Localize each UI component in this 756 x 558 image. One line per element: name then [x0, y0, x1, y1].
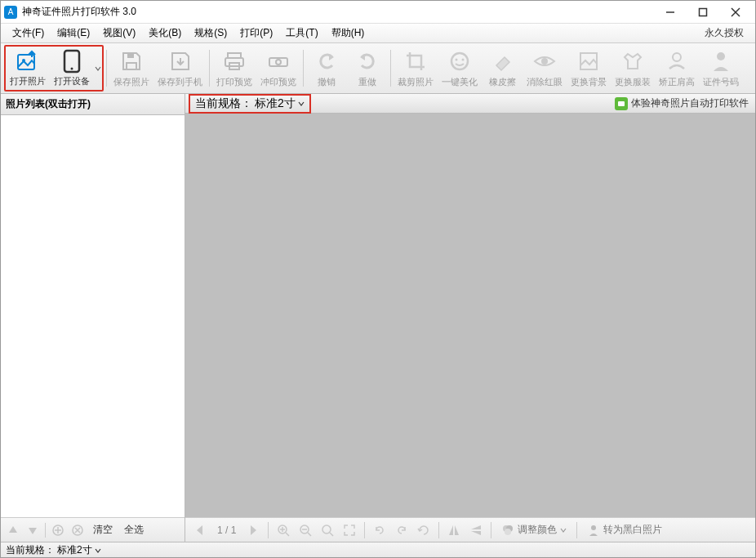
titlebar: A 神奇证件照片打印软件 3.0 [1, 1, 755, 24]
to-bw-label: 转为黑白照片 [603, 523, 662, 537]
printer-icon [221, 48, 247, 74]
rotate-right-button[interactable] [392, 520, 411, 540]
maximize-button[interactable] [687, 2, 719, 23]
save-photo-button[interactable]: 保存照片 [109, 45, 153, 92]
svg-point-15 [451, 53, 468, 69]
menu-view[interactable]: 视图(V) [96, 24, 142, 42]
move-down-button[interactable] [24, 521, 42, 539]
svg-point-41 [591, 525, 596, 530]
beautify-label: 一键美化 [442, 76, 478, 88]
save-phone-icon [167, 48, 193, 74]
person-icon [587, 524, 600, 537]
undo-button[interactable]: 撤销 [306, 45, 347, 92]
background-icon [576, 48, 602, 74]
add-button[interactable] [49, 521, 67, 539]
svg-point-16 [456, 59, 458, 61]
spec-bar: 当前规格：标准2寸 体验神奇照片自动打印软件 [185, 94, 755, 114]
status-spec-dropdown[interactable]: 当前规格：标准2寸 [6, 543, 101, 557]
open-device-icon [59, 49, 85, 74]
clothes-icon [620, 48, 646, 74]
photo-list-pane: 照片列表(双击打开) 清空 全选 [1, 94, 185, 542]
promo-icon [615, 97, 628, 110]
redo-label: 重做 [358, 76, 376, 88]
prev-page-button[interactable] [190, 520, 210, 540]
rotate-free-button[interactable] [414, 520, 434, 540]
select-all-button[interactable]: 全选 [119, 523, 149, 537]
svg-point-20 [673, 53, 681, 61]
menu-tools[interactable]: 工具(T) [279, 24, 324, 42]
open-photo-label: 打开照片 [10, 75, 46, 87]
open-photo-icon [15, 49, 41, 74]
zoom-in-button[interactable] [273, 520, 293, 540]
adjust-color-label: 调整颜色 [518, 523, 557, 537]
menubar: 文件(F) 编辑(E) 视图(V) 美化(B) 规格(S) 打印(P) 工具(T… [1, 24, 755, 43]
crop-icon [402, 48, 429, 74]
menu-help[interactable]: 帮助(H) [325, 24, 371, 42]
page-indicator: 1 / 1 [212, 525, 241, 536]
close-button[interactable] [719, 2, 752, 23]
crop-label: 裁剪照片 [398, 76, 434, 88]
move-up-button[interactable] [4, 521, 22, 539]
beautify-icon [447, 48, 473, 74]
id-number-button[interactable]: 证件号码 [699, 45, 743, 92]
redo-icon [354, 48, 380, 74]
remove-button[interactable] [69, 521, 87, 539]
menu-spec[interactable]: 规格(S) [188, 24, 233, 42]
zoom-out-button[interactable] [296, 520, 315, 540]
flip-h-button[interactable] [444, 520, 464, 540]
minimize-button[interactable] [654, 2, 687, 23]
menu-file[interactable]: 文件(F) [6, 24, 51, 42]
svg-point-17 [462, 59, 465, 61]
save-to-phone-button[interactable]: 保存到手机 [153, 45, 207, 92]
undo-label: 撤销 [318, 76, 336, 88]
open-device-button[interactable]: 打开设备 [50, 47, 94, 90]
menu-print[interactable]: 打印(P) [233, 24, 279, 42]
adjust-color-button[interactable]: 调整颜色 [496, 523, 571, 537]
change-bg-button[interactable]: 更换背景 [567, 45, 611, 92]
open-photo-button[interactable]: 打开照片 [6, 47, 50, 90]
license-label: 永久授权 [698, 24, 750, 42]
canvas-area[interactable] [185, 114, 755, 517]
zoom-fit-button[interactable] [318, 520, 337, 540]
svg-point-7 [71, 68, 73, 70]
fullscreen-button[interactable] [340, 520, 359, 540]
to-bw-button[interactable]: 转为黑白照片 [582, 523, 667, 537]
next-page-button[interactable] [243, 520, 263, 540]
clear-button[interactable]: 清空 [88, 523, 118, 537]
promo-text: 体验神奇照片自动打印软件 [631, 96, 749, 110]
print-preview-label: 打印预览 [216, 76, 252, 88]
id-number-label: 证件号码 [703, 76, 739, 88]
change-bg-label: 更换背景 [571, 76, 607, 88]
menu-beautify[interactable]: 美化(B) [142, 24, 188, 42]
photo-list[interactable] [1, 115, 185, 517]
eraser-button[interactable]: 橡皮擦 [482, 45, 523, 92]
svg-point-21 [717, 52, 725, 60]
svg-rect-1 [700, 8, 707, 16]
save-phone-label: 保存到手机 [158, 76, 202, 88]
svg-point-18 [541, 58, 548, 65]
stamp-preview-button[interactable]: 冲印预览 [256, 45, 300, 92]
redeye-label: 消除红眼 [527, 76, 563, 88]
menu-edit[interactable]: 编辑(E) [51, 24, 96, 42]
redeye-button[interactable]: 消除红眼 [523, 45, 567, 92]
print-preview-button[interactable]: 打印预览 [212, 45, 256, 92]
current-spec-dropdown[interactable]: 当前规格：标准2寸 [189, 94, 311, 114]
beautify-button[interactable]: 一键美化 [438, 45, 482, 92]
status-spec-value: 标准2寸 [57, 543, 92, 557]
rotate-left-button[interactable] [370, 520, 389, 540]
spec-label: 当前规格： [195, 96, 252, 111]
svg-rect-9 [127, 53, 134, 58]
svg-line-37 [330, 533, 333, 536]
change-clothes-button[interactable]: 更换服装 [611, 45, 655, 92]
crop-button[interactable]: 裁剪照片 [394, 45, 438, 92]
svg-point-40 [505, 529, 511, 535]
save-photo-label: 保存照片 [113, 76, 149, 88]
flip-v-button[interactable] [466, 520, 486, 540]
undo-icon [314, 48, 340, 74]
change-clothes-label: 更换服装 [615, 76, 651, 88]
shoulder-button[interactable]: 矫正肩高 [655, 45, 699, 92]
open-device-dropdown[interactable] [94, 47, 102, 90]
redo-button[interactable]: 重做 [347, 45, 388, 92]
promo-link[interactable]: 体验神奇照片自动打印软件 [611, 96, 752, 110]
svg-rect-8 [127, 63, 136, 69]
